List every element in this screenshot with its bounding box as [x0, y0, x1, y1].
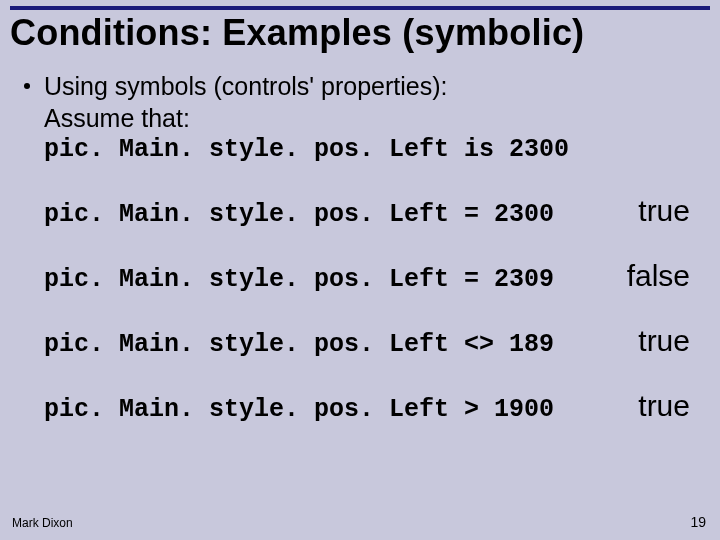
examples-block: pic. Main. style. pos. Left = 2300 true … — [24, 194, 696, 424]
example-row: pic. Main. style. pos. Left = 2309 false — [44, 259, 696, 294]
example-code: pic. Main. style. pos. Left > 1900 — [44, 395, 554, 424]
bullet-intro: Using symbols (controls' properties): — [24, 70, 696, 102]
example-result: false — [627, 259, 696, 293]
example-result: true — [638, 324, 696, 358]
example-result: true — [638, 389, 696, 423]
slide-title: Conditions: Examples (symbolic) — [0, 10, 720, 64]
slide-content: Using symbols (controls' properties): As… — [0, 64, 720, 424]
bullet-icon — [24, 83, 30, 89]
example-result: true — [638, 194, 696, 228]
example-row: pic. Main. style. pos. Left = 2300 true — [44, 194, 696, 229]
example-code: pic. Main. style. pos. Left = 2300 — [44, 200, 554, 229]
example-code: pic. Main. style. pos. Left <> 189 — [44, 330, 554, 359]
example-row: pic. Main. style. pos. Left <> 189 true — [44, 324, 696, 359]
example-code: pic. Main. style. pos. Left = 2309 — [44, 265, 554, 294]
example-row: pic. Main. style. pos. Left > 1900 true — [44, 389, 696, 424]
intro-line2: Assume that: — [24, 102, 696, 134]
intro-line1: Using symbols (controls' properties): — [44, 70, 448, 102]
footer-page: 19 — [690, 514, 706, 530]
intro-line3: pic. Main. style. pos. Left is 2300 — [24, 134, 696, 166]
footer-author: Mark Dixon — [12, 516, 73, 530]
